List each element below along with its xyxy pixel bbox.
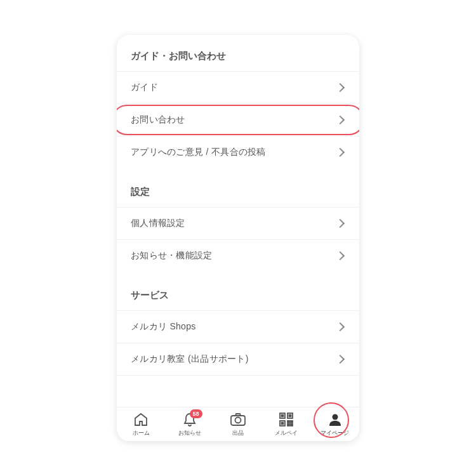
list-item-notification-settings[interactable]: お知らせ・機能設定 <box>117 239 359 272</box>
chevron-right-icon <box>336 83 345 92</box>
settings-content: ガイド・お問い合わせ ガイド お問い合わせ アプリへのご意見 / 不具合の投稿 … <box>117 35 359 407</box>
person-icon <box>326 411 344 428</box>
list-item-classroom[interactable]: メルカリ教室 (出品サポート) <box>117 343 359 376</box>
svg-rect-9 <box>291 421 293 423</box>
nav-notifications[interactable]: 58 お知らせ <box>165 411 213 437</box>
section-title-guide: ガイド・お問い合わせ <box>117 50 359 71</box>
list-item-label: アプリへのご意見 / 不具合の投稿 <box>131 147 266 158</box>
list-item-label: 個人情報設定 <box>131 218 185 229</box>
nav-sell[interactable]: 出品 <box>214 411 262 437</box>
list-item-label: お問い合わせ <box>131 114 185 126</box>
chevron-right-icon <box>336 322 345 331</box>
nav-label: お知らせ <box>178 429 201 437</box>
nav-label: メルペイ <box>275 429 298 437</box>
section-title-service: サービス <box>117 289 359 310</box>
svg-point-1 <box>235 418 241 423</box>
nav-mypage[interactable]: マイページ <box>311 411 359 437</box>
chevron-right-icon <box>336 148 345 157</box>
chevron-right-icon <box>336 355 345 364</box>
list-item-label: ガイド <box>131 82 158 93</box>
app-screen: ガイド・お問い合わせ ガイド お問い合わせ アプリへのご意見 / 不具合の投稿 … <box>117 35 359 441</box>
list-item-contact[interactable]: お問い合わせ <box>117 103 359 136</box>
svg-rect-11 <box>291 424 293 426</box>
home-icon <box>132 411 150 428</box>
nav-label: マイページ <box>321 429 349 437</box>
bell-icon: 58 <box>181 411 199 428</box>
svg-rect-8 <box>288 421 289 423</box>
chevron-right-icon <box>336 251 345 260</box>
svg-rect-7 <box>282 423 284 425</box>
camera-icon <box>229 411 247 428</box>
chevron-right-icon <box>336 219 345 228</box>
chevron-right-icon <box>336 116 345 124</box>
nav-home[interactable]: ホーム <box>117 411 165 437</box>
nav-label: ホーム <box>133 429 150 437</box>
list-item-guide[interactable]: ガイド <box>117 71 359 103</box>
nav-label: 出品 <box>232 429 244 437</box>
list-item-shops[interactable]: メルカリ Shops <box>117 310 359 343</box>
svg-rect-10 <box>288 424 289 426</box>
notification-badge: 58 <box>190 409 202 418</box>
svg-point-12 <box>332 414 338 420</box>
list-item-personal-info[interactable]: 個人情報設定 <box>117 207 359 239</box>
list-item-label: メルカリ Shops <box>131 321 196 333</box>
list-item-label: お知らせ・機能設定 <box>131 250 213 261</box>
qr-icon <box>277 411 295 428</box>
list-item-label: メルカリ教室 (出品サポート) <box>131 354 249 365</box>
nav-merpay[interactable]: メルペイ <box>262 411 310 437</box>
svg-rect-6 <box>289 415 291 417</box>
svg-rect-5 <box>282 415 284 417</box>
section-title-settings: 設定 <box>117 186 359 207</box>
bottom-nav: ホーム 58 お知らせ 出品 <box>117 407 359 441</box>
list-item-feedback[interactable]: アプリへのご意見 / 不具合の投稿 <box>117 136 359 168</box>
